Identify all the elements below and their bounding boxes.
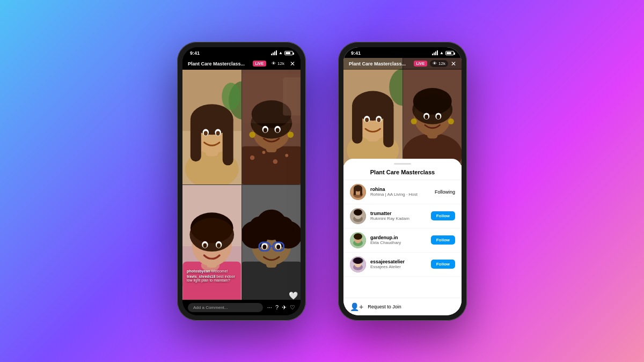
user-info-gardenup: gardenup.in Ekta Chaudhary [370, 235, 431, 245]
svg-rect-7 [223, 115, 233, 165]
user-item-1: rohina Rohina | AA Living · Host Followi… [343, 180, 462, 204]
battery-icon-right [445, 51, 454, 55]
live-header-right: Plant Care Masterclass... LIVE 👁 12k ✕ [343, 58, 462, 70]
comment-input[interactable]: Add a Comment... [188, 303, 263, 312]
user-handle-gardenup: gardenup.in [370, 235, 431, 240]
wifi-icon-right: ▲ [440, 50, 444, 55]
phone-right: 9:41 ▲ Plant Care Masterclass... LIVE [338, 42, 467, 321]
bottom-bar-left: Add a Comment... ··· ? ✈ ♡ [182, 300, 301, 315]
svg-point-44 [203, 243, 207, 248]
user-item-4: essajeesatelier Essajees Atelier Follow [343, 253, 462, 277]
follow-btn-essajees[interactable]: Follow [431, 260, 455, 269]
user-name-rohina: Rohina | AA Living · Host [370, 192, 435, 197]
question-icon[interactable]: ? [275, 304, 279, 311]
video-grid-left: photosbyean Welcome! travis_shreds18 bes… [182, 70, 301, 300]
wifi-icon: ▲ [279, 50, 283, 55]
svg-point-25 [249, 131, 255, 137]
avatar-trumatter [350, 208, 366, 224]
bottom-icons: ··· ? ✈ ♡ [267, 304, 295, 311]
follow-btn-gardenup[interactable]: Follow [431, 235, 455, 245]
close-btn-right[interactable]: ✕ [451, 60, 456, 68]
svg-point-11 [216, 131, 220, 136]
comment-1: photosbyean Welcome! [187, 269, 237, 273]
svg-point-18 [262, 151, 265, 154]
svg-point-13 [222, 83, 240, 110]
avatar-rohina [350, 184, 366, 200]
user-info-essajees: essajeesatelier Essajees Atelier [370, 259, 431, 269]
panel-handle [394, 163, 411, 165]
user-info-trumatter: trumatter Rukmini Ray Kadam [370, 211, 431, 221]
svg-point-82 [411, 118, 416, 124]
svg-rect-32 [283, 77, 301, 115]
svg-point-60 [276, 245, 280, 249]
svg-point-83 [448, 118, 453, 124]
send-icon[interactable]: ✈ [282, 304, 287, 311]
close-btn-left[interactable]: ✕ [290, 60, 295, 68]
signal-icon-right [432, 50, 438, 55]
following-label-rohina: Following [435, 189, 455, 195]
time-left: 9:41 [190, 50, 200, 56]
user-handle-essajees: essajeesatelier [370, 259, 431, 264]
video-cell-1 [182, 70, 241, 184]
video-cell-right-2 [403, 58, 462, 165]
user-name-essajees: Essajees Atelier [370, 264, 431, 269]
signal-icon [271, 50, 277, 55]
svg-point-86 [425, 114, 428, 119]
video-cell-3: photosbyean Welcome! travis_shreds18 bes… [182, 185, 241, 300]
svg-rect-92 [354, 188, 356, 195]
request-join-text: Request to Join [368, 304, 401, 309]
live-video-section: Plant Care Masterclass... LIVE 👁 12k ✕ [343, 58, 462, 165]
live-title-right: Plant Care Masterclass... [349, 61, 406, 67]
time-right: 9:41 [351, 50, 361, 56]
svg-point-73 [365, 117, 369, 122]
svg-point-81 [412, 94, 452, 124]
avatar-essajees [350, 256, 366, 272]
svg-point-17 [250, 155, 254, 160]
live-header-left: Plant Care Masterclass... LIVE 👁 12k ✕ [182, 58, 301, 70]
svg-rect-93 [360, 188, 362, 196]
live-badge-right: LIVE [414, 61, 428, 67]
svg-rect-69 [352, 102, 362, 143]
svg-rect-6 [191, 115, 201, 161]
user-item-2: trumatter Rukmini Ray Kadam Follow [343, 204, 462, 228]
svg-point-101 [354, 233, 362, 240]
user-name-gardenup: Ekta Chaudhary [370, 240, 431, 245]
svg-point-10 [204, 131, 208, 136]
status-bar-left: 9:41 ▲ [182, 47, 301, 58]
request-join[interactable]: 👤+ Request to Join [343, 298, 462, 315]
svg-point-45 [217, 243, 221, 248]
user-name-trumatter: Rukmini Ray Kadam [370, 216, 431, 221]
svg-point-19 [273, 159, 277, 164]
viewer-count-right: 👁 12k [430, 60, 448, 67]
live-title-left: Plant Care Masterclass... [188, 61, 245, 67]
svg-point-106 [353, 257, 363, 264]
panel-sheet: Plant Care Masterclass [343, 159, 462, 315]
svg-point-59 [262, 245, 266, 249]
user-info-rohina: rohina Rohina | AA Living · Host [370, 187, 435, 197]
like-icon[interactable]: ♡ [290, 304, 295, 311]
more-icon[interactable]: ··· [267, 304, 272, 311]
phone-left: 9:41 ▲ Plant Care Masterclass... LIVE 👁 [177, 42, 306, 321]
user-list: rohina Rohina | AA Living · Host Followi… [343, 180, 462, 298]
video-cell-right-1 [343, 58, 402, 165]
svg-point-41 [189, 218, 234, 252]
svg-rect-70 [383, 102, 393, 147]
status-icons-left: ▲ [271, 50, 293, 55]
video-cell-4: 🤍 [242, 185, 301, 300]
avatar-gardenup [350, 232, 366, 248]
panel-title: Plant Care Masterclass [343, 167, 462, 180]
svg-point-30 [275, 128, 279, 132]
status-icons-right: ▲ [432, 50, 454, 55]
user-handle-rohina: rohina [370, 187, 435, 192]
request-join-icon: 👤+ [350, 302, 363, 311]
heart-icon[interactable]: 🤍 [289, 291, 298, 300]
svg-point-97 [354, 209, 362, 216]
svg-point-74 [377, 117, 380, 122]
svg-point-29 [263, 128, 267, 132]
battery-icon [284, 51, 293, 55]
live-badge-left: LIVE [253, 61, 267, 67]
svg-point-87 [436, 114, 440, 119]
svg-point-20 [285, 153, 288, 157]
follow-btn-trumatter[interactable]: Follow [431, 211, 455, 220]
video-cell-2 [242, 70, 301, 184]
